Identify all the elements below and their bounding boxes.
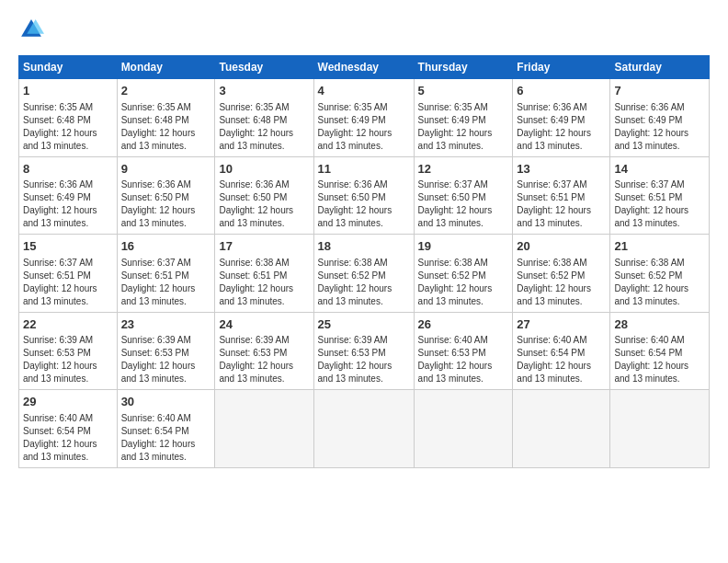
calendar-cell: 7Sunrise: 6:36 AMSunset: 6:49 PMDaylight… <box>610 79 710 157</box>
day-number: 11 <box>318 161 410 178</box>
calendar-week-row: 15Sunrise: 6:37 AMSunset: 6:51 PMDayligh… <box>19 235 710 313</box>
day-number: 29 <box>23 394 113 410</box>
day-info: Sunrise: 6:38 AMSunset: 6:52 PMDaylight:… <box>614 257 705 308</box>
weekday-header-monday: Monday <box>117 56 215 79</box>
header <box>18 17 710 42</box>
page: SundayMondayTuesdayWednesdayThursdayFrid… <box>0 0 728 563</box>
calendar-cell <box>610 390 710 468</box>
day-info: Sunrise: 6:35 AMSunset: 6:49 PMDaylight:… <box>318 101 410 153</box>
calendar-cell: 12Sunrise: 6:37 AMSunset: 6:50 PMDayligh… <box>414 156 513 235</box>
day-number: 7 <box>614 83 705 99</box>
day-info: Sunrise: 6:36 AMSunset: 6:50 PMDaylight:… <box>219 178 309 230</box>
calendar-table: SundayMondayTuesdayWednesdayThursdayFrid… <box>18 55 710 468</box>
day-info: Sunrise: 6:38 AMSunset: 6:52 PMDaylight:… <box>517 257 606 308</box>
day-number: 10 <box>219 161 309 178</box>
weekday-header-thursday: Thursday <box>414 56 513 79</box>
day-number: 28 <box>614 316 705 333</box>
calendar-cell: 6Sunrise: 6:36 AMSunset: 6:49 PMDaylight… <box>513 79 610 157</box>
day-info: Sunrise: 6:36 AMSunset: 6:50 PMDaylight:… <box>318 178 410 230</box>
day-info: Sunrise: 6:36 AMSunset: 6:50 PMDaylight:… <box>121 178 211 230</box>
day-number: 5 <box>418 83 509 99</box>
logo-icon <box>18 17 44 42</box>
calendar-cell <box>414 390 513 468</box>
calendar-cell <box>313 390 414 468</box>
day-info: Sunrise: 6:39 AMSunset: 6:53 PMDaylight:… <box>219 334 309 385</box>
day-number: 2 <box>121 83 211 99</box>
day-number: 23 <box>121 316 211 333</box>
day-number: 1 <box>23 83 113 99</box>
day-number: 22 <box>23 316 113 333</box>
day-number: 20 <box>517 238 606 255</box>
calendar-cell: 4Sunrise: 6:35 AMSunset: 6:49 PMDaylight… <box>313 79 414 157</box>
day-info: Sunrise: 6:40 AMSunset: 6:53 PMDaylight:… <box>418 334 509 385</box>
calendar-cell: 27Sunrise: 6:40 AMSunset: 6:54 PMDayligh… <box>513 312 610 390</box>
day-number: 8 <box>23 161 113 178</box>
day-number: 17 <box>219 238 309 255</box>
calendar-cell: 3Sunrise: 6:35 AMSunset: 6:48 PMDaylight… <box>215 79 313 157</box>
day-info: Sunrise: 6:37 AMSunset: 6:50 PMDaylight:… <box>418 178 509 230</box>
calendar-cell: 18Sunrise: 6:38 AMSunset: 6:52 PMDayligh… <box>313 235 414 313</box>
day-number: 24 <box>219 316 309 333</box>
day-number: 21 <box>614 238 705 255</box>
day-number: 18 <box>318 238 410 255</box>
day-info: Sunrise: 6:37 AMSunset: 6:51 PMDaylight:… <box>614 178 705 230</box>
calendar-cell: 16Sunrise: 6:37 AMSunset: 6:51 PMDayligh… <box>117 235 215 313</box>
calendar-cell: 21Sunrise: 6:38 AMSunset: 6:52 PMDayligh… <box>610 235 710 313</box>
calendar-cell: 15Sunrise: 6:37 AMSunset: 6:51 PMDayligh… <box>19 235 118 313</box>
day-info: Sunrise: 6:35 AMSunset: 6:48 PMDaylight:… <box>23 101 113 153</box>
calendar-cell: 8Sunrise: 6:36 AMSunset: 6:49 PMDaylight… <box>19 156 118 235</box>
day-info: Sunrise: 6:38 AMSunset: 6:51 PMDaylight:… <box>219 257 309 308</box>
day-number: 26 <box>418 316 509 333</box>
weekday-header-saturday: Saturday <box>610 56 710 79</box>
day-info: Sunrise: 6:38 AMSunset: 6:52 PMDaylight:… <box>418 257 509 308</box>
calendar-week-row: 8Sunrise: 6:36 AMSunset: 6:49 PMDaylight… <box>19 156 710 235</box>
calendar-cell: 1Sunrise: 6:35 AMSunset: 6:48 PMDaylight… <box>19 79 118 157</box>
day-number: 14 <box>614 161 705 178</box>
day-info: Sunrise: 6:35 AMSunset: 6:48 PMDaylight:… <box>219 101 309 153</box>
day-info: Sunrise: 6:36 AMSunset: 6:49 PMDaylight:… <box>23 178 113 230</box>
calendar-cell: 26Sunrise: 6:40 AMSunset: 6:53 PMDayligh… <box>414 312 513 390</box>
calendar-cell: 22Sunrise: 6:39 AMSunset: 6:53 PMDayligh… <box>19 312 118 390</box>
calendar-cell: 28Sunrise: 6:40 AMSunset: 6:54 PMDayligh… <box>610 312 710 390</box>
weekday-header-sunday: Sunday <box>19 56 118 79</box>
calendar-cell: 10Sunrise: 6:36 AMSunset: 6:50 PMDayligh… <box>215 156 313 235</box>
day-number: 25 <box>318 316 410 333</box>
day-number: 15 <box>23 238 113 255</box>
day-number: 9 <box>121 161 211 178</box>
calendar-cell: 29Sunrise: 6:40 AMSunset: 6:54 PMDayligh… <box>19 390 118 468</box>
day-number: 19 <box>418 238 509 255</box>
day-number: 4 <box>318 83 410 99</box>
day-info: Sunrise: 6:40 AMSunset: 6:54 PMDaylight:… <box>23 412 113 464</box>
calendar-cell: 20Sunrise: 6:38 AMSunset: 6:52 PMDayligh… <box>513 235 610 313</box>
calendar-cell: 14Sunrise: 6:37 AMSunset: 6:51 PMDayligh… <box>610 156 710 235</box>
calendar-header-row: SundayMondayTuesdayWednesdayThursdayFrid… <box>19 56 710 79</box>
calendar-cell: 30Sunrise: 6:40 AMSunset: 6:54 PMDayligh… <box>117 390 215 468</box>
day-number: 16 <box>121 238 211 255</box>
calendar-week-row: 29Sunrise: 6:40 AMSunset: 6:54 PMDayligh… <box>19 390 710 468</box>
day-number: 30 <box>121 394 211 410</box>
day-info: Sunrise: 6:39 AMSunset: 6:53 PMDaylight:… <box>23 334 113 385</box>
logo <box>18 17 48 42</box>
calendar-cell: 2Sunrise: 6:35 AMSunset: 6:48 PMDaylight… <box>117 79 215 157</box>
calendar-cell: 17Sunrise: 6:38 AMSunset: 6:51 PMDayligh… <box>215 235 313 313</box>
day-info: Sunrise: 6:39 AMSunset: 6:53 PMDaylight:… <box>318 334 410 385</box>
day-info: Sunrise: 6:40 AMSunset: 6:54 PMDaylight:… <box>614 334 705 385</box>
calendar-cell: 24Sunrise: 6:39 AMSunset: 6:53 PMDayligh… <box>215 312 313 390</box>
calendar-week-row: 1Sunrise: 6:35 AMSunset: 6:48 PMDaylight… <box>19 79 710 157</box>
day-info: Sunrise: 6:35 AMSunset: 6:48 PMDaylight:… <box>121 101 211 153</box>
calendar-cell: 25Sunrise: 6:39 AMSunset: 6:53 PMDayligh… <box>313 312 414 390</box>
day-info: Sunrise: 6:37 AMSunset: 6:51 PMDaylight:… <box>23 257 113 308</box>
calendar-cell: 23Sunrise: 6:39 AMSunset: 6:53 PMDayligh… <box>117 312 215 390</box>
day-number: 12 <box>418 161 509 178</box>
calendar-cell: 5Sunrise: 6:35 AMSunset: 6:49 PMDaylight… <box>414 79 513 157</box>
calendar-cell <box>215 390 313 468</box>
day-number: 13 <box>517 161 606 178</box>
calendar-cell <box>513 390 610 468</box>
calendar-week-row: 22Sunrise: 6:39 AMSunset: 6:53 PMDayligh… <box>19 312 710 390</box>
day-number: 3 <box>219 83 309 99</box>
calendar-cell: 13Sunrise: 6:37 AMSunset: 6:51 PMDayligh… <box>513 156 610 235</box>
day-info: Sunrise: 6:38 AMSunset: 6:52 PMDaylight:… <box>318 257 410 308</box>
weekday-header-tuesday: Tuesday <box>215 56 313 79</box>
day-info: Sunrise: 6:37 AMSunset: 6:51 PMDaylight:… <box>121 257 211 308</box>
calendar-cell: 11Sunrise: 6:36 AMSunset: 6:50 PMDayligh… <box>313 156 414 235</box>
